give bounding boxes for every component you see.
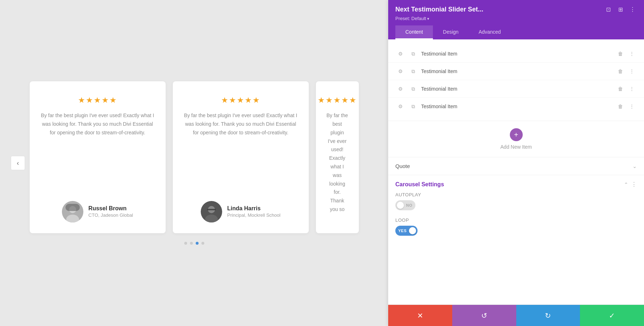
carousel-collapse-icon[interactable]: ⌃	[624, 182, 628, 187]
right-panel: Next Testimonial Slider Set... ⊡ ⊞ ⋮ Pre…	[388, 0, 644, 326]
item-more-3[interactable]: ⋮	[627, 84, 637, 94]
slider-container: ‹ ★★★★★ By far the best plugin I've ever…	[0, 81, 388, 245]
quote-section-title: Quote	[395, 163, 410, 169]
undo-button[interactable]: ↺	[452, 305, 516, 326]
svg-rect-3	[65, 204, 80, 211]
item-delete-4[interactable]: 🗑	[615, 101, 625, 111]
item-label-2: Testimonial Item	[421, 68, 613, 74]
avatar-image-1	[62, 201, 83, 222]
tab-design[interactable]: Design	[433, 25, 469, 39]
carousel-settings-actions: ⌃ ⋮	[624, 181, 637, 188]
item-delete-2[interactable]: 🗑	[615, 66, 625, 76]
autoplay-toggle-container: NO	[395, 200, 637, 210]
save-icon: ✓	[609, 311, 615, 320]
item-actions-1: 🗑 ⋮	[615, 49, 637, 59]
item-copy-4[interactable]: ⧉	[408, 101, 418, 111]
item-actions-4: 🗑 ⋮	[615, 101, 637, 111]
prev-icon: ‹	[17, 159, 19, 167]
autoplay-setting: Autoplay NO	[395, 192, 637, 210]
author-title-1: CTO, Jadeson Global	[88, 212, 133, 218]
item-row-2: ⚙ ⧉ Testimonial Item 🗑 ⋮	[388, 63, 644, 80]
autoplay-toggle[interactable]: NO	[395, 200, 415, 210]
author-name-2: Linda Harris	[227, 205, 280, 212]
item-actions-2: 🗑 ⋮	[615, 66, 637, 76]
author-info-2: Linda Harris Principal, Mockrell School	[227, 205, 280, 218]
item-copy-2[interactable]: ⧉	[408, 66, 418, 76]
svg-rect-7	[207, 209, 216, 210]
avatar-1	[62, 201, 83, 222]
quote-1: By far the best plugin I've ever used! E…	[40, 111, 155, 192]
dot-3[interactable]	[196, 242, 199, 245]
author-info-1: Russel Brown CTO, Jadeson Global	[88, 205, 133, 218]
author-2: Linda Harris Principal, Mockrell School	[201, 201, 280, 222]
dot-4[interactable]	[201, 242, 204, 245]
item-gear-4[interactable]: ⚙	[395, 101, 405, 111]
panel-tabs: Content Design Advanced	[395, 25, 637, 39]
item-gear-3[interactable]: ⚙	[395, 84, 405, 94]
item-gear-2[interactable]: ⚙	[395, 66, 405, 76]
panel-preset[interactable]: Preset: Default	[395, 16, 637, 21]
cancel-button[interactable]: ✕	[388, 305, 452, 326]
quote-section[interactable]: Quote ⌄	[388, 157, 644, 175]
item-gear-1[interactable]: ⚙	[395, 49, 405, 59]
testimonial-card-3: ★★★★★ By far the best plugin I've ever u…	[316, 81, 359, 233]
item-row-3: ⚙ ⧉ Testimonial Item 🗑 ⋮	[388, 80, 644, 98]
redo-button[interactable]: ↻	[516, 305, 580, 326]
tab-advanced[interactable]: Advanced	[469, 25, 511, 39]
testimonial-card-2: ★★★★★ By far the best plugin I've ever u…	[173, 81, 309, 233]
prev-button[interactable]: ‹	[11, 156, 25, 170]
loop-toggle-container: YES	[395, 226, 637, 236]
author-name-1: Russel Brown	[88, 205, 133, 212]
items-list: ⚙ ⧉ Testimonial Item 🗑 ⋮ ⚙ ⧉ Testimonial…	[388, 39, 644, 121]
stars-3: ★★★★★	[318, 96, 357, 105]
settings-section: Autoplay NO Loop YES	[388, 192, 644, 249]
tab-content[interactable]: Content	[395, 25, 433, 39]
item-label-1: Testimonial Item	[421, 51, 613, 57]
item-delete-3[interactable]: 🗑	[615, 84, 625, 94]
item-actions-3: 🗑 ⋮	[615, 84, 637, 94]
dot-1[interactable]	[184, 242, 187, 245]
item-row-1: ⚙ ⧉ Testimonial Item 🗑 ⋮	[388, 45, 644, 63]
loop-toggle-knob	[409, 227, 416, 234]
carousel-settings-title: Carousel Settings	[395, 181, 444, 188]
quote-chevron-icon: ⌄	[633, 163, 637, 169]
item-copy-3[interactable]: ⧉	[408, 84, 418, 94]
item-copy-1[interactable]: ⧉	[408, 49, 418, 59]
carousel-more-icon[interactable]: ⋮	[631, 181, 637, 188]
loop-toggle-label: YES	[398, 229, 407, 233]
canvas-area: ‹ ★★★★★ By far the best plugin I've ever…	[0, 0, 388, 326]
more-options-icon[interactable]: ⋮	[628, 5, 637, 14]
avatar-2	[201, 201, 222, 222]
loop-toggle[interactable]: YES	[395, 226, 418, 236]
add-item-section: + Add New Item	[388, 121, 644, 157]
item-more-2[interactable]: ⋮	[627, 66, 637, 76]
author-title-2: Principal, Mockrell School	[227, 212, 280, 218]
avatar-image-2	[201, 201, 222, 222]
panel-title: Next Testimonial Slider Set...	[395, 6, 483, 13]
testimonial-card-1: ★★★★★ By far the best plugin I've ever u…	[30, 81, 166, 233]
redo-icon: ↻	[545, 311, 551, 320]
item-label-4: Testimonial Item	[421, 104, 613, 109]
stars-1: ★★★★★	[78, 96, 117, 105]
add-item-label: Add New Item	[501, 144, 532, 150]
panel-body[interactable]: ⚙ ⧉ Testimonial Item 🗑 ⋮ ⚙ ⧉ Testimonial…	[388, 39, 644, 305]
quote-3: By far the best plugin I've ever used! E…	[327, 111, 348, 214]
stars-2: ★★★★★	[221, 96, 260, 105]
item-more-4[interactable]: ⋮	[627, 101, 637, 111]
autoplay-toggle-knob	[397, 202, 404, 209]
dot-2[interactable]	[190, 242, 193, 245]
item-delete-1[interactable]: 🗑	[615, 49, 625, 59]
add-item-button[interactable]: +	[510, 128, 523, 141]
loop-label: Loop	[395, 217, 637, 223]
item-row-4: ⚙ ⧉ Testimonial Item 🗑 ⋮	[388, 98, 644, 115]
item-more-1[interactable]: ⋮	[627, 49, 637, 59]
columns-icon[interactable]: ⊞	[616, 5, 625, 14]
slider-dots	[184, 242, 204, 245]
responsive-icon[interactable]: ⊡	[604, 5, 613, 14]
autoplay-label: Autoplay	[395, 192, 637, 197]
quote-2: By far the best plugin I've ever used! E…	[184, 111, 298, 192]
loop-setting: Loop YES	[395, 217, 637, 236]
carousel-settings-header: Carousel Settings ⌃ ⋮	[388, 175, 644, 192]
save-button[interactable]: ✓	[580, 305, 644, 326]
undo-icon: ↺	[481, 311, 487, 320]
